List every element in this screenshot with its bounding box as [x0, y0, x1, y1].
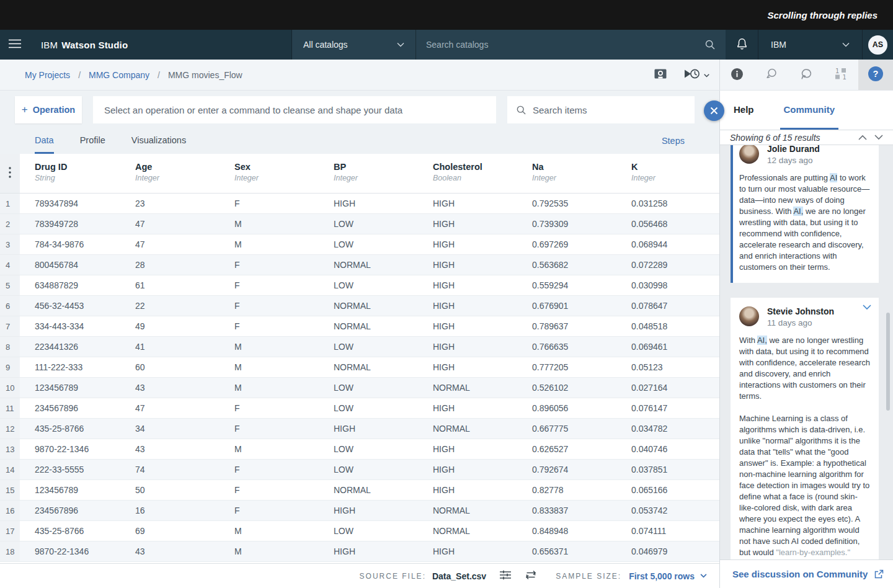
table-cell: HIGH: [418, 541, 517, 561]
table-row[interactable]: 3784-34-987647MLOWHIGH0.6972690.068944: [0, 234, 719, 255]
comment-card[interactable]: Stevie Johnston11 days agoWith AI, we ar…: [731, 298, 879, 559]
community-discussion-link[interactable]: See discussion on Community: [732, 569, 868, 579]
top-banner: Scrolling through replies: [0, 0, 893, 30]
table-cell: 9870-22-1346: [20, 439, 120, 459]
chevron-down-icon: [842, 42, 850, 47]
table-cell: LOW: [319, 439, 418, 459]
add-operation-button[interactable]: + Operation: [15, 96, 82, 123]
table-row[interactable]: 563488782961FLOWHIGH0.5592940.030998: [0, 275, 719, 296]
table-row[interactable]: 480045678428FNORMALHIGH0.5636820.072289: [0, 255, 719, 275]
table-row[interactable]: 9111-222-33360MNORMALHIGH0.7772050.05123: [0, 357, 719, 378]
table-row[interactable]: 12435-25-876634FHIGHNORMAL0.6677750.0347…: [0, 419, 719, 439]
column-header[interactable]: KInteger: [616, 154, 719, 193]
data-glyph-button[interactable]: 11: [824, 60, 858, 90]
row-number: 12: [0, 419, 20, 439]
search-icon[interactable]: [704, 39, 716, 50]
column-header[interactable]: BPInteger: [319, 154, 418, 193]
column-header[interactable]: Drug IDString: [20, 154, 120, 193]
table-cell: HIGH: [418, 480, 517, 500]
account-dropdown[interactable]: IBM: [758, 30, 862, 60]
table-row[interactable]: 7334-443-33449FNORMALHIGH0.7896370.04851…: [0, 316, 719, 337]
column-header[interactable]: AgeInteger: [120, 154, 220, 193]
table-cell: M: [220, 439, 319, 459]
recommendations-button[interactable]: [755, 60, 789, 90]
table-cell: 0.559294: [517, 275, 616, 295]
column-header[interactable]: NaInteger: [517, 154, 616, 193]
table-cell: 435-25-8766: [20, 521, 120, 541]
column-header[interactable]: CholesterolBoolean: [418, 154, 517, 193]
row-number: 14: [0, 460, 20, 479]
comment-card[interactable]: Jolie Durand12 days agoProfessionals are…: [731, 145, 879, 283]
collapse-comment-button[interactable]: [863, 305, 871, 310]
table-row[interactable]: 1623456789616FHIGHNORMAL0.8338370.053742: [0, 501, 719, 521]
table-overflow-menu[interactable]: [0, 154, 20, 193]
help-button[interactable]: ?: [858, 60, 893, 90]
comment-header: Stevie Johnston11 days ago: [739, 306, 870, 327]
table-cell: 43: [120, 439, 220, 459]
menu-button[interactable]: [0, 30, 30, 60]
table-cell: NORMAL: [319, 296, 418, 316]
chat-button[interactable]: [789, 60, 824, 90]
panel-footer: See discussion on Community: [720, 559, 893, 588]
table-row[interactable]: 189870-22-134643MHIGHHIGH0.6563710.04697…: [0, 541, 719, 562]
notifications-button[interactable]: [726, 30, 758, 60]
previous-result-button[interactable]: [858, 135, 867, 140]
data-table: Drug IDStringAgeIntegerSexIntegerBPInteg…: [0, 154, 719, 563]
comment-paragraph: Machine Learning is a class of algorithm…: [739, 413, 870, 558]
breadcrumb-link-projects[interactable]: My Projects: [25, 70, 70, 80]
breadcrumb-separator: /: [158, 70, 160, 80]
snapshot-button[interactable]: [654, 68, 667, 82]
table-row[interactable]: 178934789423FHIGHHIGH0.7925350.031258: [0, 194, 719, 214]
comment-text: Professionals are putting: [739, 173, 830, 182]
row-number: 15: [0, 480, 20, 500]
sliders-icon: [500, 570, 511, 582]
filter-settings-button[interactable]: [500, 570, 511, 582]
banner-text: Scrolling through replies: [767, 10, 877, 20]
tab-community[interactable]: Community: [780, 91, 839, 130]
catalog-scope-dropdown[interactable]: All catalogs: [291, 30, 415, 60]
table-cell: 0.792535: [517, 194, 616, 213]
table-row[interactable]: 14222-33-555574FLOWHIGH0.7926740.037851: [0, 460, 719, 480]
breadcrumb-link-company[interactable]: MMG Company: [89, 70, 149, 80]
commenter-avatar: [739, 145, 759, 164]
table-cell: HIGH: [418, 439, 517, 459]
items-search-input[interactable]: [533, 105, 686, 115]
app-header: IBM Watson Studio All catalogs IBM: [0, 30, 893, 60]
table-row[interactable]: 1123456789647FLOWHIGH0.8960560.076147: [0, 398, 719, 419]
chevron-down-icon: [704, 70, 709, 79]
tab-profile[interactable]: Profile: [80, 129, 105, 154]
panel-scrollbar[interactable]: [886, 313, 890, 411]
commenter-meta: Jolie Durand12 days ago: [767, 145, 820, 165]
table-cell: 0.068944: [616, 234, 719, 254]
run-history-button[interactable]: [683, 68, 709, 82]
info-button[interactable]: [720, 60, 755, 90]
next-result-button[interactable]: [874, 135, 883, 140]
comments-list: Jolie Durand12 days agoProfessionals are…: [720, 145, 893, 559]
tab-visualizations[interactable]: Visualizations: [131, 129, 186, 154]
table-row[interactable]: 822344132641MLOWHIGH0.7666350.069461: [0, 337, 719, 357]
table-cell: LOW: [319, 521, 418, 541]
sample-size-dropdown[interactable]: First 5,000 rows: [629, 571, 707, 581]
column-header[interactable]: SexInteger: [220, 154, 319, 193]
tab-data[interactable]: Data: [35, 129, 54, 154]
steps-link[interactable]: Steps: [662, 129, 685, 154]
catalog-search-input[interactable]: [426, 40, 704, 50]
table-row[interactable]: 6456-32-445322FNORMALHIGH0.6769010.07864…: [0, 296, 719, 316]
avatar[interactable]: AS: [868, 35, 887, 55]
comment-text: we are no longer wrestling with data, bu…: [739, 207, 866, 272]
table-cell: NORMAL: [418, 419, 517, 439]
table-cell: 50: [120, 480, 220, 500]
table-row[interactable]: 1012345678943MLOWNORMAL0.5261020.027164: [0, 378, 719, 398]
command-input[interactable]: [104, 105, 485, 115]
column-name: K: [631, 162, 719, 172]
table-row[interactable]: 139870-22-134643MLOWHIGH0.6265270.040746: [0, 439, 719, 460]
table-row[interactable]: 17435-25-876669MLOWNORMAL0.8489480.07411…: [0, 521, 719, 541]
column-name: Cholesterol: [433, 162, 517, 172]
table-cell: 789347894: [20, 194, 120, 213]
table-cell: 0.046979: [616, 541, 719, 561]
close-panel-button[interactable]: [704, 100, 724, 121]
table-row[interactable]: 1512345678950FNORMALHIGH0.827780.065166: [0, 480, 719, 501]
tab-help[interactable]: Help: [730, 91, 758, 130]
table-row[interactable]: 278394972847MLOWHIGH0.7393090.056468: [0, 214, 719, 234]
refresh-button[interactable]: [525, 570, 537, 582]
